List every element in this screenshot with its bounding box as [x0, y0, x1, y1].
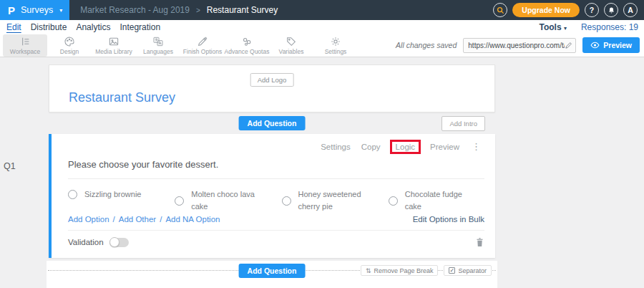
search-icon: [497, 6, 504, 14]
breadcrumb-parent[interactable]: Market Research - Aug 2019: [80, 5, 190, 15]
breadcrumb-current: Restaurant Survey: [207, 5, 278, 15]
link-separator: /: [160, 215, 162, 224]
edit-options-in-bulk-link[interactable]: Edit Options in Bulk: [413, 215, 484, 224]
preview-button[interactable]: Preview: [582, 37, 640, 53]
option-label[interactable]: Molten choco lava cake: [191, 188, 264, 213]
insert-row: Add Question Add Intro: [49, 112, 495, 134]
toolbar-item-media-library[interactable]: Media Library: [92, 34, 136, 57]
add-logo-button[interactable]: Add Logo: [250, 73, 294, 87]
question-settings-link[interactable]: Settings: [321, 143, 351, 151]
quota-links-icon: [241, 36, 253, 47]
palette-icon: [64, 36, 75, 47]
chevron-down-icon: ▾: [59, 7, 62, 14]
option-label[interactable]: Honey sweetened cherry pie: [298, 188, 371, 213]
gear-icon: [330, 36, 341, 47]
question-mark-icon: ?: [590, 6, 594, 14]
tools-menu[interactable]: Tools ▾: [539, 22, 566, 32]
avatar-initial: A: [628, 6, 633, 14]
account-avatar[interactable]: A: [623, 3, 638, 17]
add-question-button-top[interactable]: Add Question: [239, 116, 306, 130]
validation-label: Validation: [68, 238, 104, 246]
toggle-knob: [109, 237, 119, 247]
surveys-menu[interactable]: P Surveys ▾: [0, 0, 69, 20]
radio-button[interactable]: [389, 196, 398, 206]
survey-canvas: Q1 Add Logo Restaurant Survey Add Questi…: [0, 57, 644, 288]
image-icon: [108, 36, 119, 47]
edit-toolbar: Workspace Design Media Library Languages…: [0, 34, 644, 57]
toolbar-item-settings[interactable]: Settings: [313, 34, 358, 57]
breadcrumb-separator: >: [196, 6, 200, 14]
survey-url-input[interactable]: [468, 42, 565, 49]
nav-tab-distribute[interactable]: Distribute: [31, 22, 67, 32]
delete-question-button[interactable]: [475, 237, 484, 247]
add-na-option-link[interactable]: Add NA Option: [165, 215, 220, 224]
topbar-actions: Upgrade Now ? A: [493, 3, 644, 17]
more-options-icon[interactable]: ⋮: [472, 142, 481, 151]
toolbar-item-finish-options[interactable]: Finish Options: [180, 34, 225, 57]
validation-toggle[interactable]: [109, 238, 129, 247]
upgrade-now-button[interactable]: Upgrade Now: [512, 3, 580, 17]
nav-tab-analytics[interactable]: Analytics: [76, 22, 110, 32]
toolbar-item-design[interactable]: Design: [47, 34, 92, 57]
question-logic-link[interactable]: Logic: [390, 140, 421, 154]
page-break-controls: ⇅ Remove Page Break ✓ Separator: [361, 265, 492, 276]
responses-count-link[interactable]: Responses: 19: [581, 22, 638, 32]
toolbar-item-workspace[interactable]: Workspace: [3, 34, 47, 57]
survey-title[interactable]: Restaurant Survey: [69, 90, 175, 105]
help-button[interactable]: ?: [585, 3, 599, 17]
bell-icon: [608, 6, 615, 14]
option-label[interactable]: Chocolate fudge cake: [405, 188, 478, 213]
question-copy-link[interactable]: Copy: [361, 143, 381, 151]
checkbox-checked-icon: ✓: [449, 267, 455, 274]
option-row: Honey sweetened cherry pie: [282, 188, 389, 213]
answer-options: Sizzling brownie Molten choco lava cake …: [68, 188, 495, 213]
nav-right: Tools ▾ Responses: 19: [539, 22, 638, 32]
workspace-icon: [19, 36, 31, 47]
option-row: Sizzling brownie: [68, 188, 175, 213]
option-label[interactable]: Sizzling brownie: [84, 188, 141, 201]
toolbar-item-languages[interactable]: Languages: [136, 34, 180, 57]
add-option-link[interactable]: Add Option: [68, 215, 109, 224]
separator-toggle[interactable]: ✓ Separator: [444, 265, 492, 276]
remove-page-break-button[interactable]: ⇅ Remove Page Break: [361, 265, 439, 276]
add-other-link[interactable]: Add Other: [119, 215, 156, 224]
question-text[interactable]: Please choose your favorite dessert.: [68, 159, 484, 179]
save-status-text: All changes saved: [396, 41, 457, 49]
radio-button[interactable]: [68, 190, 77, 199]
main-nav: Edit Distribute Analytics Integration To…: [0, 20, 644, 34]
add-question-button-bottom[interactable]: Add Question: [239, 264, 306, 278]
breadcrumb: Market Research - Aug 2019 > Restaurant …: [80, 5, 278, 15]
product-menu-label: Surveys: [21, 5, 53, 15]
survey-url-box: [463, 38, 576, 53]
option-row: Chocolate fudge cake: [389, 188, 495, 213]
question-card: Settings Copy Logic Preview ⋮ Please cho…: [49, 134, 495, 258]
page-break-section: Add Question ⇅ Remove Page Break ✓ Separ…: [47, 261, 497, 288]
toolbar-right: All changes saved Preview: [396, 37, 640, 53]
add-intro-button[interactable]: Add Intro: [441, 116, 485, 131]
top-bar: P Surveys ▾ Market Research - Aug 2019 >…: [0, 0, 644, 20]
add-option-links: Add Option / Add Other / Add NA Option: [68, 215, 220, 224]
question-controls: Settings Copy Logic Preview ⋮: [52, 134, 495, 151]
option-row: Molten choco lava cake: [175, 188, 281, 213]
edit-url-pencil-icon[interactable]: [565, 42, 572, 49]
nav-tab-integration[interactable]: Integration: [119, 22, 160, 32]
toolbar-item-advance-quotas[interactable]: Advance Quotas: [225, 34, 269, 57]
translate-icon: [152, 36, 164, 47]
link-separator: /: [113, 215, 115, 224]
question-number-label: Q1: [4, 161, 16, 171]
tools-label: Tools: [539, 22, 561, 32]
notifications-button[interactable]: [604, 3, 618, 17]
validation-row: Validation: [68, 230, 484, 247]
nav-tab-edit[interactable]: Edit: [6, 22, 21, 32]
chevron-down-icon: ▾: [564, 25, 567, 32]
option-links-row: Add Option / Add Other / Add NA Option E…: [68, 215, 484, 224]
radio-button[interactable]: [175, 196, 184, 206]
eye-icon: [590, 42, 600, 49]
question-preview-link[interactable]: Preview: [430, 143, 459, 151]
radio-button[interactable]: [282, 196, 291, 206]
survey-header-card: Add Logo Restaurant Survey: [49, 64, 495, 112]
search-button[interactable]: [493, 3, 507, 17]
tag-icon: [286, 36, 297, 47]
toolbar-item-variables[interactable]: Variables: [269, 34, 313, 57]
questionpro-logo-icon: P: [8, 5, 15, 16]
